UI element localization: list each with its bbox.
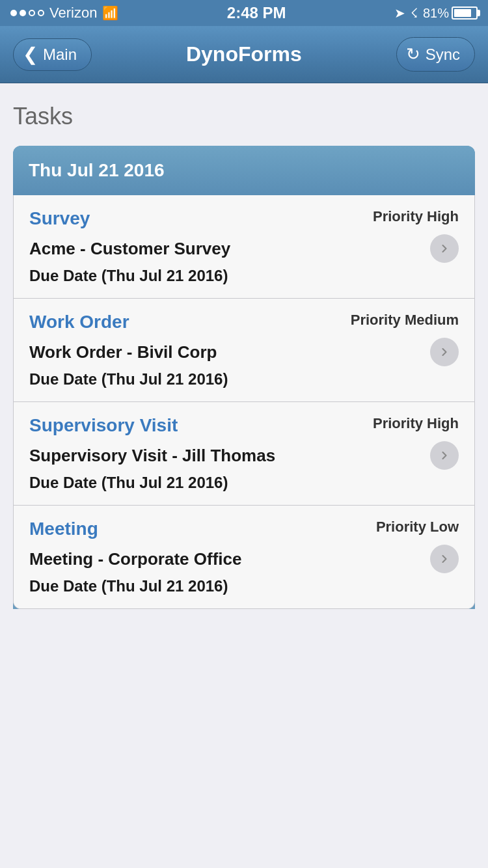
chevron-right-icon-2	[438, 346, 451, 359]
signal-dot-3	[29, 10, 35, 16]
task-chevron-1[interactable]	[430, 234, 459, 263]
task-card-header-4: Meeting Priority Low	[29, 519, 459, 539]
battery-fill	[454, 9, 471, 17]
task-card-header-2: Work Order Priority Medium	[29, 312, 459, 332]
tasks-container: Survey Priority High Acme - Customer Sur…	[13, 195, 475, 609]
status-bar: Verizon 📶 2:48 PM ➤ ☇ 81%	[0, 0, 488, 26]
nav-bar: ❮ Main DynoForms ↻ Sync	[0, 26, 488, 83]
page-title: Tasks	[13, 103, 475, 130]
task-due-4: Due Date (Thu Jul 21 2016)	[29, 577, 459, 595]
status-time: 2:48 PM	[227, 4, 286, 22]
task-chevron-3[interactable]	[430, 441, 459, 470]
signal-dots	[10, 10, 44, 16]
task-name-2: Work Order - Bivil Corp	[29, 342, 217, 362]
task-chevron-4[interactable]	[430, 545, 459, 573]
signal-dot-1	[10, 10, 17, 16]
task-due-2: Due Date (Thu Jul 21 2016)	[29, 370, 459, 388]
back-button-label: Main	[43, 46, 77, 64]
battery-container: 81%	[423, 6, 478, 21]
section-date: Thu Jul 21 2016	[29, 160, 165, 180]
task-chevron-2[interactable]	[430, 338, 459, 366]
carrier-label: Verizon	[49, 5, 97, 21]
task-card-supervisory: Supervisory Visit Priority High Supervis…	[14, 402, 474, 506]
task-name-row-2: Work Order - Bivil Corp	[29, 338, 459, 366]
task-card-meeting: Meeting Priority Low Meeting - Corporate…	[14, 506, 474, 608]
task-card-survey: Survey Priority High Acme - Customer Sur…	[14, 195, 474, 299]
nav-title: DynoForms	[186, 42, 302, 66]
task-priority-2: Priority Medium	[351, 312, 459, 329]
status-bar-left: Verizon 📶	[10, 5, 118, 21]
task-name-1: Acme - Customer Survey	[29, 239, 230, 259]
task-name-row-3: Supervisory Visit - Jill Thomas	[29, 441, 459, 470]
sync-icon: ↻	[406, 44, 420, 64]
task-name-4: Meeting - Corporate Office	[29, 549, 241, 569]
bluetooth-icon: ☇	[411, 5, 418, 21]
sync-button[interactable]: ↻ Sync	[396, 37, 475, 72]
task-name-row-1: Acme - Customer Survey	[29, 234, 459, 263]
chevron-right-icon-4	[438, 552, 451, 565]
task-card-workorder: Work Order Priority Medium Work Order - …	[14, 299, 474, 402]
sync-button-label: Sync	[426, 46, 460, 64]
signal-dot-2	[20, 10, 26, 16]
tasks-section: Thu Jul 21 2016 Survey Priority High Acm…	[13, 146, 475, 609]
task-name-3: Supervisory Visit - Jill Thomas	[29, 446, 275, 466]
task-priority-4: Priority Low	[376, 519, 459, 536]
section-header: Thu Jul 21 2016	[13, 146, 475, 195]
back-arrow-icon: ❮	[23, 46, 38, 64]
task-priority-3: Priority High	[373, 415, 459, 432]
battery-icon	[452, 7, 478, 20]
task-type-1[interactable]: Survey	[29, 208, 90, 229]
task-type-2[interactable]: Work Order	[29, 312, 129, 332]
wifi-icon: 📶	[102, 5, 118, 21]
task-type-4[interactable]: Meeting	[29, 519, 98, 539]
status-bar-right: ➤ ☇ 81%	[394, 5, 478, 21]
task-priority-1: Priority High	[373, 208, 459, 225]
battery-percent: 81%	[423, 6, 449, 21]
task-card-header-3: Supervisory Visit Priority High	[29, 415, 459, 436]
location-icon: ➤	[394, 5, 405, 21]
task-name-row-4: Meeting - Corporate Office	[29, 545, 459, 573]
signal-dot-4	[38, 10, 44, 16]
task-type-3[interactable]: Supervisory Visit	[29, 415, 178, 436]
chevron-right-icon-1	[438, 242, 451, 255]
task-due-1: Due Date (Thu Jul 21 2016)	[29, 267, 459, 285]
chevron-right-icon-3	[438, 449, 451, 462]
back-button[interactable]: ❮ Main	[13, 38, 92, 71]
page-content: Tasks Thu Jul 21 2016 Survey Priority Hi…	[0, 83, 488, 622]
task-due-3: Due Date (Thu Jul 21 2016)	[29, 474, 459, 492]
task-card-header-1: Survey Priority High	[29, 208, 459, 229]
